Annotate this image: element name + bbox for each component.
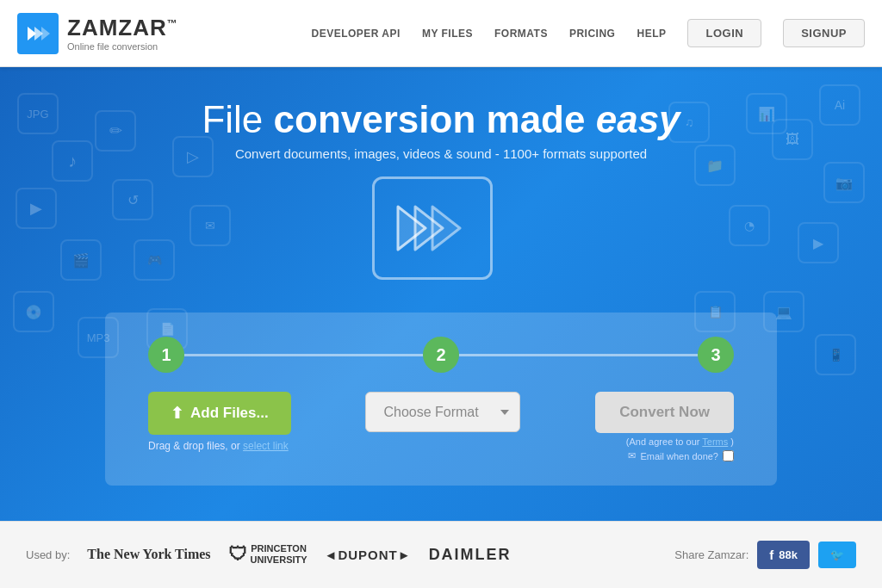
drag-drop-static: Drag & drop files, or [148,440,240,452]
bg-icon-pie: ◔ [729,205,770,246]
nav-pricing[interactable]: PRICING [569,28,616,40]
upload-icon: ⬆ [171,404,183,423]
logo-text-area: ZAMZAR™ Online file conversion [67,15,178,52]
logo-icon [17,13,59,54]
twitter-icon: 🐦 [830,548,844,561]
used-by-label: Used by: [26,548,70,561]
bg-icon-phone: 📱 [815,334,856,375]
step-2-circle: 2 [423,337,459,373]
logo-name: ZAMZAR™ [67,15,178,41]
bg-icon-chart: 📊 [746,93,787,134]
bg-icon-photo: 📷 [823,162,865,203]
bg-icon-pencil: ✏ [95,110,136,152]
email-check-area: ✉ Email when done? [628,450,734,461]
princeton-shield-icon: 🛡 [228,543,247,566]
bg-icon-jpg: JPG [17,93,59,134]
bg-icon-ai: Ai [819,84,860,126]
bg-icon-image: 🖼 [772,119,813,160]
headline: File conversion made easy Convert docume… [202,98,680,161]
headline-part1: File [202,98,273,140]
step-actions: ⬆ Add Files... Drag & drop files, or sel… [148,392,734,461]
used-by-area: Used by: The New York Times 🛡 PRINCETONU… [26,543,512,566]
nav-formats[interactable]: FORMATS [494,28,548,40]
email-checkbox[interactable] [723,450,734,461]
drag-drop-text: Drag & drop files, or select link [148,440,289,452]
bg-icon-play: ▶ [16,188,57,229]
convert-now-button[interactable]: Convert Now [595,392,734,433]
terms-prefix: (And agree to our [626,436,700,447]
svg-marker-2 [41,27,50,40]
step-3-action: Convert Now (And agree to our Terms ) ✉ … [595,392,734,461]
brand-dupont: ◄DUPONT► [325,548,412,562]
step-3-circle: 3 [698,337,734,373]
steps-panel: 1 2 3 ⬆ Add Files... Drag & drop files, … [105,313,777,486]
share-facebook-button[interactable]: f 88k [757,541,810,569]
email-label: Email when done? [640,451,718,461]
princeton-text: PRINCETONUNIVERSITY [251,543,307,566]
bg-icon-envelope: ✉ [189,205,231,246]
nav-area: DEVELOPER API MY FILES FORMATS PRICING H… [311,19,865,47]
headline-subheadline: Convert documents, images, videos & soun… [202,146,680,161]
step-2-action: Choose Format [365,392,520,432]
logo-tm: ™ [167,17,178,29]
bg-icon-music: ♪ [52,140,93,182]
svg-marker-8 [432,207,460,250]
step-1-action: ⬆ Add Files... Drag & drop files, or sel… [148,392,291,452]
bg-icon-folder: 📁 [694,145,736,186]
terms-link[interactable]: Terms [702,436,728,447]
sketch-arrows-svg [389,194,475,263]
step-line-1-2 [184,354,423,356]
envelope-icon: ✉ [628,450,636,461]
add-files-button[interactable]: ⬆ Add Files... [148,392,291,435]
select-link[interactable]: select link [243,440,289,452]
terms-end: ) [730,436,734,447]
hero-section: JPG ♪ ▶ 🎬 💿 ✏ ↺ MP3 🎮 ▷ ✉ 📄 Ai 🖼 📷 📊 📁 ▶… [0,67,882,521]
nav-help[interactable]: HELP [637,28,666,40]
logo-name-text: ZAMZAR [67,15,167,40]
sketch-box [372,176,493,280]
bg-icon-play2: ▶ [798,222,839,263]
signup-button[interactable]: SIGNUP [783,19,865,47]
headline-main: File conversion made easy [202,98,680,141]
terms-text: (And agree to our Terms ) [626,436,734,447]
brand-princeton: 🛡 PRINCETONUNIVERSITY [228,543,307,566]
step-1-circle: 1 [148,337,184,373]
share-twitter-button[interactable]: 🐦 [818,542,856,568]
choose-format-select[interactable]: Choose Format [365,392,520,432]
facebook-icon: f [769,548,773,562]
brand-daimler: DAIMLER [429,546,512,564]
bg-icon-disc: 💿 [13,291,54,332]
bg-icon-refresh: ↺ [112,179,153,220]
headline-bold: conversion made [274,98,596,140]
bg-icon-video: 🎬 [60,239,102,281]
header: ZAMZAR™ Online file conversion DEVELOPER… [0,0,882,67]
step-line-2-3 [459,354,698,356]
brand-nyt: The New York Times [87,547,210,562]
nav-my-files[interactable]: MY FILES [422,28,473,40]
nav-developer-api[interactable]: DEVELOPER API [311,28,400,40]
step-indicators: 1 2 3 [148,337,734,373]
share-area: Share Zamzar: f 88k 🐦 [674,541,856,569]
bg-icon-gamepad: 🎮 [134,239,175,281]
logo-tagline: Online file conversion [67,41,178,52]
headline-strong: easy [596,98,680,140]
facebook-count: 88k [779,548,798,561]
footer: Used by: The New York Times 🛡 PRINCETONU… [0,521,882,588]
login-button[interactable]: LOGIN [687,19,761,47]
add-files-label: Add Files... [190,405,269,422]
share-label: Share Zamzar: [674,548,748,561]
center-sketch [372,176,510,297]
logo-area: ZAMZAR™ Online file conversion [17,13,178,54]
